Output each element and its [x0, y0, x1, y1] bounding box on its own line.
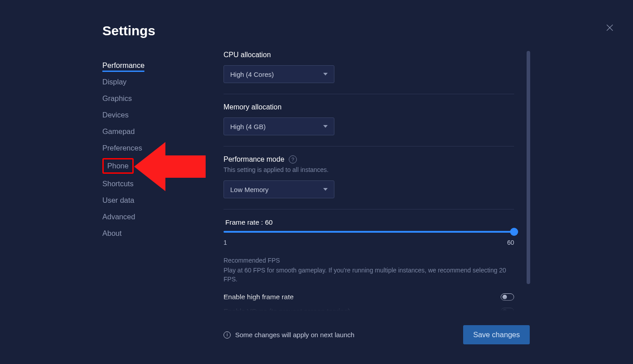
scrollbar[interactable]: [527, 51, 530, 284]
sidebar-item-advanced[interactable]: Advanced: [102, 209, 192, 225]
sidebar-item-shortcuts[interactable]: Shortcuts: [102, 176, 192, 192]
sidebar-item-user-data[interactable]: User data: [102, 192, 192, 209]
footer: i Some changes will apply on next launch…: [224, 325, 530, 344]
close-icon: [605, 23, 614, 32]
recommended-fps-body: Play at 60 FPS for smooth gameplay. If y…: [224, 266, 514, 284]
section-performance-mode: Performance mode ? This setting is appli…: [224, 155, 514, 209]
sidebar-item-label: Gamepad: [102, 127, 135, 135]
sidebar-item-label: Advanced: [102, 213, 135, 221]
sidebar-item-graphics[interactable]: Graphics: [102, 90, 192, 107]
enable-high-frame-rate-toggle[interactable]: [501, 293, 514, 301]
sidebar-item-label: Devices: [102, 111, 129, 119]
sidebar: Performance Display Graphics Devices Gam…: [102, 57, 192, 242]
sidebar-item-about[interactable]: About: [102, 225, 192, 242]
section-cpu-allocation: CPU allocation High (4 Cores): [224, 51, 514, 94]
toggle-row-vsync: Enable VSync (to prevent screen tearing): [224, 307, 514, 311]
settings-main: CPU allocation High (4 Cores) Memory all…: [224, 51, 530, 311]
info-icon: i: [224, 331, 231, 339]
recommended-fps-label: Recommended FPS: [224, 257, 514, 264]
sidebar-item-gamepad[interactable]: Gamepad: [102, 123, 192, 140]
select-value: High (4 Cores): [230, 71, 274, 78]
section-hint: This setting is applied to all instances…: [224, 166, 514, 173]
chevron-down-icon: [323, 73, 328, 75]
save-button[interactable]: Save changes: [463, 325, 530, 344]
sidebar-item-phone[interactable]: Phone: [102, 158, 134, 174]
sidebar-item-performance[interactable]: Performance: [102, 57, 192, 74]
slider-thumb[interactable]: [510, 228, 518, 236]
slider-max: 60: [507, 239, 514, 246]
section-label: CPU allocation: [224, 51, 514, 59]
select-value: Low Memory: [230, 186, 269, 193]
sidebar-item-label: Display: [102, 78, 127, 86]
frame-rate-slider[interactable]: [224, 231, 514, 233]
memory-allocation-select[interactable]: High (4 GB): [224, 117, 334, 135]
chevron-down-icon: [323, 188, 328, 191]
sidebar-item-label: User data: [102, 196, 135, 204]
section-label: Performance mode ?: [224, 155, 514, 163]
frame-rate-label: Frame rate : 60: [224, 218, 514, 226]
section-label: Memory allocation: [224, 103, 514, 111]
chevron-down-icon: [323, 125, 328, 128]
sidebar-item-label: About: [102, 229, 122, 237]
section-frame-rate: Frame rate : 60 1 60 Recommended FPS Pla…: [224, 218, 514, 311]
toggle-row-high-fps: Enable high frame rate: [224, 293, 514, 301]
sidebar-item-label: Phone: [107, 162, 129, 170]
select-value: High (4 GB): [230, 123, 266, 130]
sidebar-item-label: Graphics: [102, 94, 132, 102]
cpu-allocation-select[interactable]: High (4 Cores): [224, 65, 334, 83]
sidebar-item-display[interactable]: Display: [102, 74, 192, 90]
toggle-label: Enable high frame rate: [224, 293, 294, 301]
help-icon[interactable]: ?: [289, 155, 297, 163]
page-title: Settings: [102, 23, 155, 38]
close-button[interactable]: [603, 21, 617, 35]
sidebar-item-preferences[interactable]: Preferences: [102, 140, 192, 156]
sidebar-item-label: Performance: [102, 61, 144, 72]
performance-mode-select[interactable]: Low Memory: [224, 180, 334, 198]
toggle-knob: [502, 295, 507, 299]
toggle-knob: [502, 309, 507, 311]
toggle-label: Enable VSync (to prevent screen tearing): [224, 307, 350, 311]
sidebar-item-devices[interactable]: Devices: [102, 107, 192, 123]
sidebar-item-label: Shortcuts: [102, 180, 134, 188]
footer-notice: Some changes will apply on next launch: [235, 331, 354, 339]
section-label-text: Performance mode: [224, 155, 284, 163]
slider-min: 1: [224, 239, 227, 246]
enable-vsync-toggle[interactable]: [501, 308, 514, 311]
section-memory-allocation: Memory allocation High (4 GB): [224, 103, 514, 146]
sidebar-item-label: Preferences: [102, 144, 142, 152]
